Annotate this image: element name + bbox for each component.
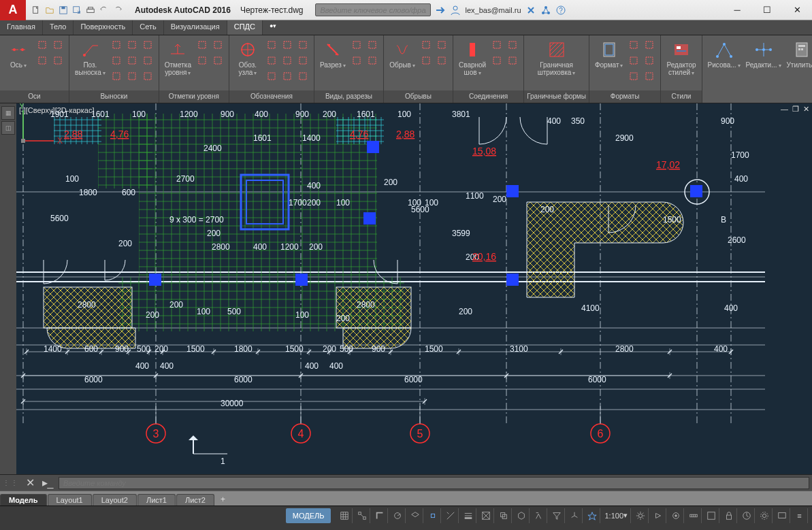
ribbon-small-3-8[interactable] (296, 69, 310, 83)
ribbon-small-1-4[interactable] (125, 54, 139, 67)
panel-label-Обрывы[interactable]: Обрывы (384, 90, 453, 103)
exchange-icon[interactable] (525, 5, 536, 16)
panel-label-Граничные формы[interactable]: Граничные формы (524, 90, 589, 103)
customize-icon[interactable]: ✕ (23, 476, 37, 490)
ribbon-small-2-2[interactable] (195, 54, 209, 67)
status-snap-icon[interactable] (354, 508, 370, 523)
status-3dosnap-icon[interactable] (513, 508, 530, 523)
status-cleanscreen-icon[interactable] (774, 508, 790, 523)
cmdbar-handle[interactable]: ⋮⋮ (3, 479, 19, 486)
ribbon-small-5-1[interactable] (435, 38, 449, 52)
status-quickprops-icon[interactable] (703, 508, 719, 523)
ribbon-обрыв[interactable]: Обрыв (388, 38, 417, 70)
status-ortho-icon[interactable] (372, 508, 388, 523)
ribbon-small-4-0[interactable] (350, 38, 363, 52)
status-workspace-icon[interactable] (668, 508, 684, 523)
panel-label-Отметки уровня[interactable]: Отметки уровня (159, 90, 229, 103)
ribbon-граничная-штриховка[interactable]: Граничная штриховка (528, 38, 585, 78)
panel-label-Выноски[interactable]: Выноски (69, 90, 159, 103)
status-annoscale-icon[interactable] (584, 508, 600, 523)
status-isolate-icon[interactable] (756, 508, 773, 523)
status-lineweight-icon[interactable] (460, 508, 476, 523)
status-gizmo-icon[interactable] (566, 508, 583, 523)
ribbon-small-4-2[interactable] (350, 54, 363, 67)
ribbon-small-1-6[interactable] (110, 69, 123, 83)
undo-icon[interactable] (98, 4, 110, 16)
status-units-icon[interactable] (685, 508, 702, 523)
new-icon[interactable] (30, 4, 42, 16)
tab-body[interactable]: Тело (43, 20, 74, 35)
tab-extra-icon[interactable]: ●▾ (263, 20, 283, 35)
ribbon-small-3-3[interactable] (265, 54, 278, 67)
status-annomon-icon[interactable] (650, 508, 666, 523)
layout-tab-Лист1[interactable]: Лист1 (137, 494, 176, 506)
tab-visual[interactable]: Визуализация (164, 20, 227, 35)
model-viewport[interactable]: [-][Сверху][2D-каркас] — ❐ ✕ 34561190116… (16, 103, 812, 474)
ribbon-small-1-1[interactable] (125, 38, 139, 52)
ribbon-small-6-0[interactable] (490, 38, 504, 52)
status-grid-icon[interactable] (336, 508, 353, 523)
ribbon-small-2-1[interactable] (211, 38, 225, 52)
user-icon[interactable] (450, 5, 461, 16)
ribbon-отметка-уровня[interactable]: Отметка уровня (163, 38, 193, 78)
layout-add-button[interactable]: + (215, 493, 231, 506)
ribbon-small-5-3[interactable] (435, 54, 449, 67)
ribbon-редактор-стилей[interactable]: Редактор стилей (665, 38, 697, 78)
ribbon-обоз--узла[interactable]: Обоз. узла (233, 38, 262, 78)
status-autosnap-icon[interactable] (442, 508, 459, 523)
layout-tab-Layout2[interactable]: Layout2 (93, 494, 137, 506)
maximize-button[interactable]: ☐ (752, 0, 782, 20)
status-custom-icon[interactable]: ≡ (792, 508, 808, 523)
ribbon-сварной-шов[interactable]: Сварной шов (457, 38, 487, 78)
ribbon-small-8-4[interactable] (627, 69, 640, 83)
status-scale[interactable]: 1:100 ▾ (602, 508, 631, 523)
ribbon-small-3-0[interactable] (265, 38, 278, 52)
ribbon-small-5-0[interactable] (419, 38, 433, 52)
status-cycling-icon[interactable] (496, 508, 512, 523)
panel-label-Оси[interactable]: Оси (0, 90, 69, 103)
layout-tab-Модель[interactable]: Модель (0, 494, 47, 506)
ribbon-small-8-2[interactable] (627, 54, 640, 67)
ribbon-small-3-2[interactable] (296, 38, 310, 52)
status-model-button[interactable]: МОДЕЛЬ (286, 508, 331, 523)
status-hwacc-icon[interactable] (738, 508, 755, 523)
ribbon-рисова---[interactable]: Рисова... (707, 38, 742, 70)
ribbon-small-1-7[interactable] (125, 69, 139, 83)
search-go-icon[interactable] (435, 5, 446, 16)
status-transparency-icon[interactable] (478, 508, 494, 523)
minimize-button[interactable]: ─ (722, 0, 752, 20)
tab-mesh[interactable]: Сеть (133, 20, 163, 35)
plot-icon[interactable] (84, 4, 97, 16)
side-btn-1[interactable]: ▦ (1, 106, 15, 120)
ribbon-small-4-1[interactable] (366, 38, 379, 52)
redo-icon[interactable] (112, 4, 124, 16)
ribbon-small-8-1[interactable] (643, 38, 656, 52)
layout-tab-Layout1[interactable]: Layout1 (48, 494, 92, 506)
side-btn-2[interactable]: ◫ (1, 121, 15, 135)
panel-label-Форматы[interactable]: Форматы (589, 90, 661, 103)
recent-commands-icon[interactable]: ▸_ (41, 476, 54, 490)
ribbon-ось[interactable]: Ось (4, 38, 33, 70)
ribbon-small-8-3[interactable] (643, 54, 656, 67)
ribbon-small-1-0[interactable] (110, 38, 123, 52)
status-isodraft-icon[interactable] (407, 508, 423, 523)
panel-label-Стили[interactable]: Стили (661, 90, 701, 103)
status-dynucs-icon[interactable] (531, 508, 547, 523)
status-polar-icon[interactable] (389, 508, 406, 523)
ribbon-small-4-3[interactable] (366, 54, 379, 67)
ribbon-разрез[interactable]: Разрез (319, 38, 347, 70)
ribbon-редакти---[interactable]: Редакти... (745, 38, 783, 70)
ribbon-small-2-3[interactable] (211, 54, 225, 67)
status-filter-icon[interactable] (549, 508, 565, 523)
ribbon-small-1-2[interactable] (141, 38, 155, 52)
ribbon-small-2-0[interactable] (195, 38, 209, 52)
ribbon-small-0-0[interactable] (35, 38, 49, 52)
ribbon-small-3-1[interactable] (280, 38, 294, 52)
ribbon-small-3-6[interactable] (265, 69, 278, 83)
ribbon-small-3-5[interactable] (296, 54, 310, 67)
close-button[interactable]: ✕ (782, 0, 812, 20)
help-icon[interactable]: ? (555, 5, 566, 16)
ribbon-small-8-0[interactable] (627, 38, 640, 52)
ribbon-small-3-4[interactable] (280, 54, 294, 67)
ribbon-small-1-5[interactable] (141, 54, 155, 67)
